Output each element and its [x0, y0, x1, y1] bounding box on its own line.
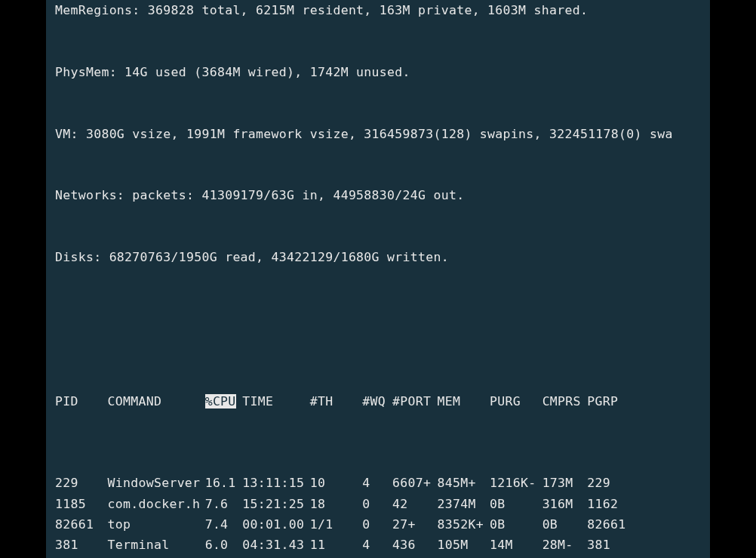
cell-port: 2473-	[392, 555, 438, 558]
memregions-summary: MemRegions: 369828 total, 6215M resident…	[55, 0, 701, 20]
cell-mem: 2374M	[438, 494, 490, 514]
vm-summary: VM: 3080G vsize, 1991M framework vsize, …	[55, 124, 701, 144]
cell-command: 1Password 7	[108, 555, 205, 558]
cell-th: 10	[310, 473, 363, 493]
cell-th: 1/1	[310, 514, 363, 535]
cell-purg: 244K	[490, 555, 542, 558]
cell-purg: 0B	[490, 494, 542, 514]
cell-wq: 0	[362, 514, 392, 535]
cell-wq: 4	[362, 473, 392, 493]
cell-pgrp: 82661	[587, 514, 632, 535]
sort-column-highlight: %CPU	[205, 394, 236, 408]
col-cpu: %CPU	[205, 391, 243, 412]
table-row: 1185com.docker.h7.615:21:25180422374M0B3…	[55, 494, 701, 514]
cell-cmprs: 173M	[542, 473, 588, 493]
col-pid: PID	[55, 391, 108, 412]
cell-purg: 14M	[490, 535, 542, 555]
process-table-body: 229WindowServer16.113:11:151046607+845M+…	[55, 473, 701, 558]
cell-cpu: 16.1	[205, 473, 243, 493]
cell-mem: 105M	[438, 535, 490, 555]
cell-command: WindowServer	[108, 473, 205, 493]
cell-command: com.docker.h	[108, 494, 205, 514]
cell-pid: 1185	[55, 494, 108, 514]
col-purg: PURG	[490, 391, 542, 412]
table-row: 381Terminal6.004:31.43114436105M14M28M-3…	[55, 535, 701, 555]
cell-th: 11	[310, 535, 363, 555]
table-row: 82661top7.400:01.001/1027+8352K+0B0B8266…	[55, 514, 701, 535]
cell-time: 02:00:08	[242, 555, 309, 558]
cell-command: top	[108, 514, 205, 535]
cell-pid: 229	[55, 473, 108, 493]
cell-time: 04:31.43	[242, 535, 309, 555]
cell-cpu: 7.6	[205, 494, 243, 514]
cell-time: 15:21:25	[242, 494, 309, 514]
physmem-summary: PhysMem: 14G used (3684M wired), 1742M u…	[55, 62, 701, 82]
cell-cpu: 6.0	[205, 535, 243, 555]
cell-purg: 0B	[490, 514, 542, 535]
cell-port: 436	[392, 535, 438, 555]
cell-port: 6607+	[392, 473, 438, 493]
col-pgrp: PGRP	[587, 391, 632, 412]
cell-time: 13:11:15	[242, 473, 309, 493]
cell-cmprs: 0B	[542, 514, 588, 535]
cell-cpu: 5.6	[205, 555, 243, 558]
cell-command: Terminal	[108, 535, 205, 555]
cell-cmprs: 28M-	[542, 535, 588, 555]
cell-wq: 2	[362, 555, 392, 558]
cell-time: 00:01.00	[242, 514, 309, 535]
cell-cmprs: 349M	[542, 555, 588, 558]
terminal-window: ⌂ flavio — top /Users/flavio — top — 80×…	[46, 0, 710, 558]
cell-mem: 8352K+	[438, 514, 490, 535]
cell-purg: 1216K-	[490, 473, 542, 493]
col-command: COMMAND	[108, 391, 205, 412]
cell-wq: 4	[362, 535, 392, 555]
col-th: #TH	[310, 391, 363, 412]
blank-line	[55, 309, 701, 329]
table-row: 11521Password 75.602:00:08822473-530M-24…	[55, 555, 701, 558]
cell-pid: 381	[55, 535, 108, 555]
col-cmprs: CMPRS	[542, 391, 588, 412]
cell-pgrp: 381	[587, 535, 632, 555]
cell-pid: 82661	[55, 514, 108, 535]
cell-mem: 530M-	[438, 555, 490, 558]
col-port: #PORT	[392, 391, 438, 412]
cell-th: 18	[310, 494, 363, 514]
cell-pid: 1152	[55, 555, 108, 558]
cell-mem: 845M+	[438, 473, 490, 493]
cell-pgrp: 229	[587, 473, 632, 493]
col-mem: MEM	[438, 391, 490, 412]
col-wq: #WQ	[362, 391, 392, 412]
cell-wq: 0	[362, 494, 392, 514]
cell-cmprs: 316M	[542, 494, 588, 514]
cell-port: 42	[392, 494, 438, 514]
table-row: 229WindowServer16.113:11:151046607+845M+…	[55, 473, 701, 493]
cell-pgrp: 1162	[587, 494, 632, 514]
networks-summary: Networks: packets: 41309179/63G in, 4495…	[55, 185, 701, 205]
cell-pgrp: 1152	[587, 555, 632, 558]
cell-th: 8	[310, 555, 363, 558]
terminal-content[interactable]: Processes: 574 total, 2 running, 572 sle…	[46, 0, 710, 558]
col-time: TIME	[242, 391, 309, 412]
disks-summary: Disks: 68270763/1950G read, 43422129/168…	[55, 247, 701, 267]
process-table-header: PIDCOMMAND%CPUTIME#TH#WQ#PORTMEMPURGCMPR…	[55, 391, 701, 412]
cell-port: 27+	[392, 514, 438, 535]
cell-cpu: 7.4	[205, 514, 243, 535]
